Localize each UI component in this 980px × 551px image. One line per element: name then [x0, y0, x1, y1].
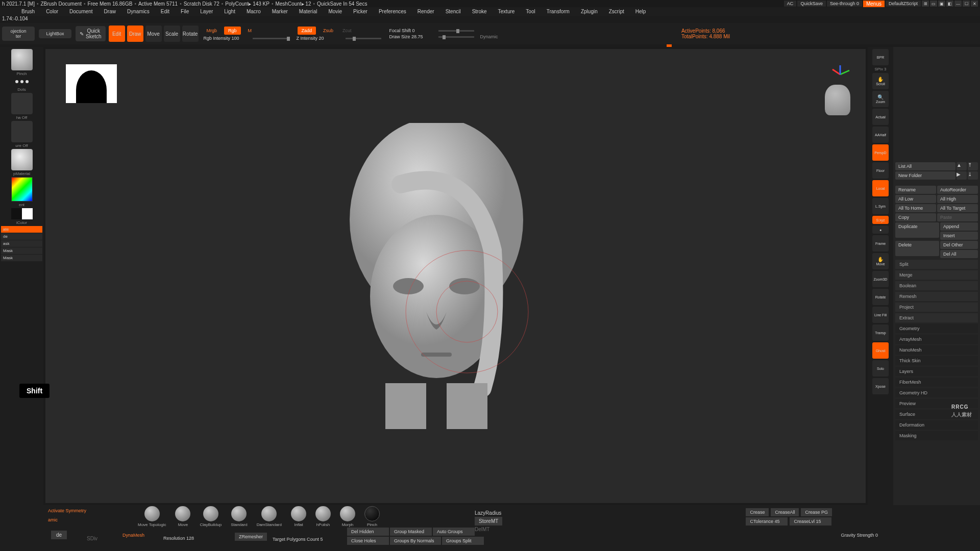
brush-move-topologic[interactable]: Move Topologic	[138, 506, 166, 527]
dot-button[interactable]: ●	[872, 226, 889, 234]
draw-size[interactable]: Draw Size 28.75	[389, 34, 435, 39]
menu-texture[interactable]: Texture	[498, 9, 515, 14]
menu-render[interactable]: Render	[418, 9, 434, 14]
persp-button[interactable]: PerspD	[872, 144, 889, 161]
sect-thickskin[interactable]: Thick Skin	[895, 356, 978, 365]
up-arrow-icon[interactable]: ▲	[957, 162, 967, 170]
menu-file[interactable]: File	[181, 9, 189, 14]
sect-split[interactable]: Split	[895, 260, 978, 269]
z-intensity[interactable]: Z Intensity 20	[297, 36, 342, 41]
zcut-button[interactable]: Zcut	[342, 28, 352, 33]
zoom3d-button[interactable]: Zoom3D	[872, 271, 889, 287]
axis-gizmo[interactable]	[830, 64, 850, 85]
frame-button[interactable]: Frame	[872, 235, 889, 252]
ghost-button[interactable]: Ghost	[872, 342, 889, 359]
projection-button[interactable]: ojection ter	[2, 27, 35, 41]
move3d-button[interactable]: ✋Move	[872, 253, 889, 269]
target-poly-count[interactable]: Target Polygons Count 5	[273, 537, 323, 542]
transp-button[interactable]: Transp	[872, 324, 889, 341]
linefill-button[interactable]: Line Fill	[872, 307, 889, 323]
row-de[interactable]: de	[1, 233, 42, 240]
win-icon[interactable]: ⊞	[922, 1, 929, 7]
texture-thumb[interactable]	[11, 121, 33, 142]
lightbox-button[interactable]: LightBox	[39, 29, 71, 38]
lsym-button[interactable]: L.Sym	[872, 198, 889, 214]
menu-macro[interactable]: Macro	[247, 9, 261, 14]
actual-button[interactable]: Actual	[872, 109, 889, 125]
sect-masking[interactable]: Masking	[895, 431, 978, 440]
new-folder-button[interactable]: New Folder	[895, 171, 955, 180]
sect-boolean[interactable]: Boolean	[895, 281, 978, 290]
default-zscript[interactable]: DefaultZScript	[886, 1, 921, 7]
rgb-intensity-slider[interactable]	[253, 38, 288, 39]
brush-hpolish[interactable]: hPolish	[315, 506, 331, 527]
de-button[interactable]: de	[51, 531, 67, 539]
autoreorder-button[interactable]: AutoReorder	[937, 186, 978, 194]
top-arrow-icon[interactable]: ⤒	[968, 162, 978, 170]
local-button[interactable]: Local	[872, 180, 889, 196]
crease-button[interactable]: Crease	[746, 508, 769, 516]
row-mask2[interactable]: Mask	[1, 255, 42, 261]
menu-help[interactable]: Help	[635, 9, 646, 14]
sect-remesh[interactable]: Remesh	[895, 292, 978, 301]
menu-tool[interactable]: Tool	[526, 9, 535, 14]
material-thumb[interactable]	[11, 149, 33, 170]
menus-button[interactable]: Menus	[863, 1, 885, 7]
brush-pinch[interactable]: Pinch	[364, 506, 380, 527]
solo-button[interactable]: Solo	[872, 360, 889, 377]
duplicate-button[interactable]: Duplicate	[895, 222, 939, 238]
xpose-button[interactable]: Xpose	[872, 378, 889, 394]
see-through-slider[interactable]: See-through 0	[827, 1, 862, 7]
gravity-strength[interactable]: Gravity Strength 0	[841, 533, 878, 538]
color-picker[interactable]	[11, 177, 33, 202]
store-mt[interactable]: StoreMT	[475, 517, 502, 525]
insert-button[interactable]: Insert	[940, 232, 978, 240]
brush-thumb[interactable]	[11, 49, 33, 70]
spix-label[interactable]: SPix 3	[874, 67, 886, 71]
expand-icon[interactable]: ▣	[938, 1, 945, 7]
sect-arraymesh[interactable]: ArrayMesh	[895, 335, 978, 344]
del-all-button[interactable]: Del All	[940, 250, 978, 258]
mode-move[interactable]: Move	[145, 26, 162, 42]
delete-button[interactable]: Delete	[895, 241, 939, 256]
append-button[interactable]: Append	[940, 222, 978, 231]
mode-rotate[interactable]: Rotate	[182, 26, 199, 42]
menu-marker[interactable]: Marker	[272, 9, 288, 14]
sect-fibermesh[interactable]: FiberMesh	[895, 378, 978, 387]
cam-preview[interactable]	[825, 85, 850, 115]
copy-button[interactable]: Copy	[895, 213, 936, 221]
row-ask[interactable]: ask	[1, 240, 42, 247]
menu-stroke[interactable]: Stroke	[472, 9, 487, 14]
groups-split[interactable]: Groups Split	[442, 537, 484, 545]
aahalf-button[interactable]: AAHalf	[872, 127, 889, 143]
sect-geometry-hd[interactable]: Geometry HD	[895, 388, 978, 397]
menu-stencil[interactable]: Stencil	[446, 9, 461, 14]
brush-inflat[interactable]: Inflat	[291, 506, 306, 527]
row-mask1[interactable]: Mask	[1, 247, 42, 254]
activate-symmetry[interactable]: Activate Symmetry	[48, 508, 86, 513]
menu-zplugin[interactable]: Zplugin	[581, 9, 598, 14]
reference-image[interactable]	[66, 64, 117, 103]
group-masked[interactable]: Group Masked	[390, 528, 432, 536]
auto-groups[interactable]: Auto Groups	[433, 528, 475, 536]
menu-movie[interactable]: Movie	[328, 9, 342, 14]
del-hidden[interactable]: Del Hidden	[347, 528, 389, 536]
dynamesh-button[interactable]: DynaMesh	[122, 533, 144, 538]
mode-edit[interactable]: Edit	[109, 26, 125, 42]
sect-deformation[interactable]: Deformation	[895, 420, 978, 430]
rgb-button[interactable]: Rgb	[224, 27, 241, 35]
minimize-icon[interactable]: —	[954, 1, 962, 7]
close-icon[interactable]: ✕	[971, 1, 978, 7]
end-arrow-icon[interactable]: ⤓	[968, 171, 978, 180]
menu-material[interactable]: Material	[299, 9, 317, 14]
crease-lvl[interactable]: CreaseLvl 15	[790, 517, 831, 525]
brush-standard[interactable]: Standard	[231, 506, 247, 527]
sect-extract[interactable]: Extract	[895, 313, 978, 322]
dynamic-toggle[interactable]: Dynamic	[480, 34, 498, 39]
alpha-thumb[interactable]	[11, 93, 33, 114]
ac-toggle[interactable]: AC	[784, 1, 797, 7]
ate-button[interactable]: ate	[1, 226, 42, 233]
menu-edit[interactable]: Edit	[161, 9, 169, 14]
sect-nanomesh[interactable]: NanoMesh	[895, 345, 978, 355]
brush-damstandard[interactable]: DamStandard	[257, 506, 282, 527]
